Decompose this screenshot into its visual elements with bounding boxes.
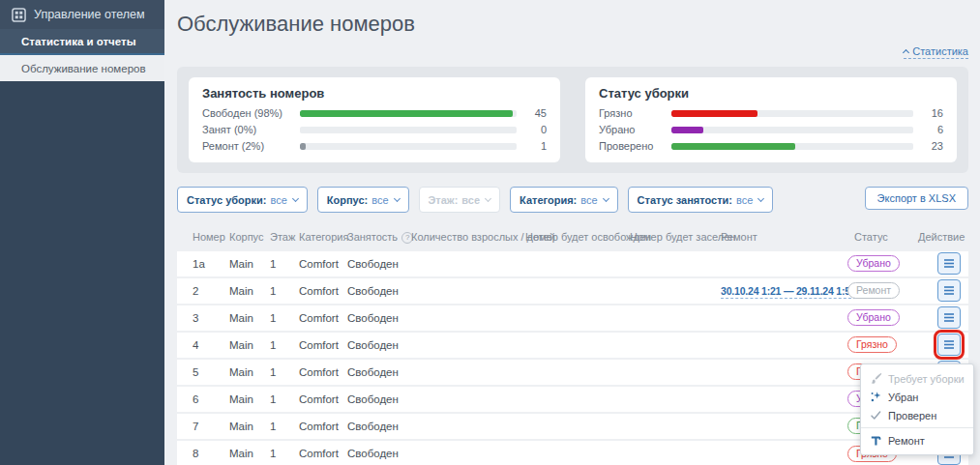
row-action-button[interactable]: [937, 306, 961, 329]
filter-cleaning-status[interactable]: Статус уборки: все: [177, 187, 308, 213]
table-row: 6 Main 1 Comfort Свободен Убрано: [177, 386, 968, 413]
filter-building[interactable]: Корпус: все: [317, 187, 409, 213]
menu-lines-icon: [943, 258, 955, 269]
menu-item-checked[interactable]: Проверен: [861, 406, 973, 424]
table-row: 5 Main 1 Comfort Свободен Грязно: [177, 359, 968, 386]
row-action-menu: Требует уборки Убран Проверен Ремонт: [860, 363, 974, 455]
sidebar-item-room-service[interactable]: Обслуживание номеров: [0, 55, 164, 81]
statistics-collapse-link[interactable]: Статистика: [904, 45, 968, 59]
page-title: Обслуживание номеров: [177, 12, 968, 37]
table-row: 8 Main 1 Comfort Свободен Грязно: [177, 440, 968, 465]
chart-bar-row: Ремонт (2%) 1: [202, 140, 547, 152]
chevron-down-icon: [603, 195, 609, 202]
rooms-table: Номер Корпус Этаж Категория Занятость? К…: [177, 226, 968, 465]
chart-bar-row: Убрано 6: [599, 124, 943, 135]
bar-repair: [300, 143, 306, 150]
sparkle-icon: [870, 391, 882, 403]
brush-icon: [870, 372, 882, 385]
room-number: 4: [177, 332, 225, 359]
row-action-button[interactable]: [937, 334, 961, 356]
table-row: 7 Main 1 Comfort Свободен Проверено: [177, 413, 968, 440]
menu-lines-icon: [943, 285, 955, 296]
occupancy-chart-title: Занятость номеров: [202, 86, 547, 101]
room-number: 5: [177, 359, 225, 386]
menu-lines-icon: [943, 312, 955, 323]
table-row: 1a Main 1 Comfort Свободен Убрано: [177, 250, 968, 277]
repair-period-link[interactable]: 30.10.24 1:21 — 29.11.24 1:51: [721, 285, 856, 299]
chevron-up-icon: [903, 48, 909, 55]
grid-icon: [12, 8, 26, 22]
sidebar: Управление отелем Статистика и отчеты Об…: [0, 0, 164, 465]
chart-bar-row: Проверено 23: [599, 140, 943, 152]
hammer-icon: [870, 434, 882, 447]
chart-bar-row: Грязно 16: [599, 107, 943, 119]
table-row: 4 Main 1 Comfort Свободен Грязно: [177, 332, 968, 359]
menu-divider: [861, 427, 973, 428]
app-title: Управление отелем: [34, 8, 145, 21]
occupancy-chart-card: Занятость номеров Свободен (98%) 45 Заня…: [189, 77, 560, 162]
table-header-row: Номер Корпус Этаж Категория Занятость? К…: [177, 226, 968, 250]
menu-lines-icon: [943, 339, 955, 350]
status-badge: Грязно: [847, 336, 897, 353]
filter-floor: Этаж: все: [419, 187, 501, 213]
filters-bar: Статус уборки: все Корпус: все Этаж: все…: [177, 187, 968, 213]
status-badge: Убрано: [847, 255, 900, 272]
bar-checked: [671, 143, 795, 150]
main-content: Обслуживание номеров Статистика Занятост…: [164, 12, 980, 465]
menu-item-cleaned[interactable]: Убран: [861, 388, 973, 406]
chevron-down-icon: [757, 195, 764, 202]
room-number: 3: [177, 305, 225, 332]
room-number: 6: [177, 386, 225, 413]
cleaning-chart-title: Статус уборки: [599, 86, 943, 101]
chart-bar-row: Занят (0%) 0: [202, 124, 547, 135]
status-badge: Ремонт: [847, 282, 900, 299]
cleaning-chart-card: Статус уборки Грязно 16 Убрано 6 Провере…: [585, 77, 957, 162]
menu-item-needs-cleaning: Требует уборки: [861, 369, 973, 388]
check-icon: [870, 409, 882, 421]
table-row: 2 Main 1 Comfort Свободен 30.10.24 1:21 …: [177, 277, 968, 305]
row-action-button[interactable]: [937, 252, 961, 275]
bar-free: [300, 110, 513, 117]
bar-cleaned: [671, 127, 703, 133]
filter-occupancy-status[interactable]: Статус занятости: все: [628, 187, 774, 213]
bar-dirty: [671, 110, 757, 117]
export-xlsx-button[interactable]: Экспорт в XLSX: [865, 187, 968, 210]
chevron-down-icon: [485, 195, 491, 202]
status-badge: Убрано: [847, 309, 900, 326]
chart-bar-row: Свободен (98%) 45: [202, 107, 547, 119]
room-number: 7: [177, 413, 225, 440]
room-table-body: 1a Main 1 Comfort Свободен Убрано 2 Main…: [177, 250, 968, 465]
room-number: 2: [177, 277, 225, 305]
row-action-button[interactable]: [937, 279, 961, 302]
app-header: Управление отелем: [0, 0, 164, 29]
chevron-down-icon: [292, 195, 299, 202]
table-row: 3 Main 1 Comfort Свободен Убрано: [177, 305, 968, 332]
menu-item-repair[interactable]: Ремонт: [861, 431, 973, 450]
room-number: 1a: [177, 250, 225, 277]
sidebar-item-statistics[interactable]: Статистика и отчеты: [0, 29, 164, 55]
statistics-panel: Занятость номеров Свободен (98%) 45 Заня…: [177, 67, 968, 173]
filter-category[interactable]: Категория: все: [510, 187, 618, 213]
chevron-down-icon: [393, 195, 400, 202]
room-number: 8: [177, 440, 225, 465]
